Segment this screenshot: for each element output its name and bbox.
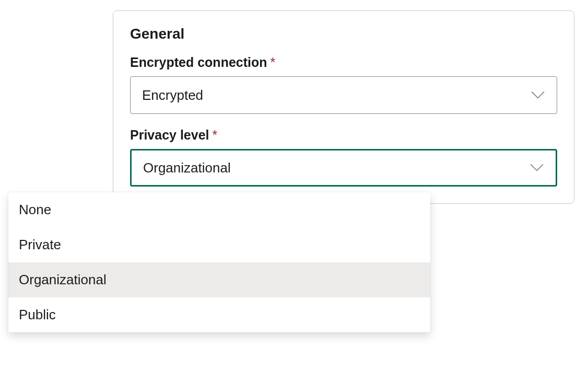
encrypted-connection-dropdown[interactable]: Encrypted: [130, 76, 557, 114]
privacy-level-option-public[interactable]: Public: [8, 297, 430, 332]
privacy-level-options-list: None Private Organizational Public: [8, 192, 430, 332]
encrypted-connection-label-text: Encrypted connection: [130, 55, 267, 70]
required-asterisk-icon: *: [213, 128, 218, 143]
encrypted-connection-label: Encrypted connection *: [130, 55, 557, 70]
encrypted-connection-value: Encrypted: [142, 87, 203, 103]
privacy-level-option-private[interactable]: Private: [8, 227, 430, 262]
privacy-level-value: Organizational: [143, 160, 231, 176]
privacy-level-option-organizational[interactable]: Organizational: [8, 262, 430, 297]
privacy-level-option-none[interactable]: None: [8, 192, 430, 227]
section-title: General: [130, 26, 557, 42]
general-settings-panel: General Encrypted connection * Encrypted…: [113, 10, 574, 204]
chevron-down-icon: [531, 88, 545, 102]
privacy-level-label: Privacy level *: [130, 128, 557, 143]
privacy-level-dropdown[interactable]: Organizational: [130, 149, 557, 187]
required-asterisk-icon: *: [271, 55, 276, 70]
chevron-down-icon: [530, 160, 544, 175]
privacy-level-label-text: Privacy level: [130, 128, 209, 143]
